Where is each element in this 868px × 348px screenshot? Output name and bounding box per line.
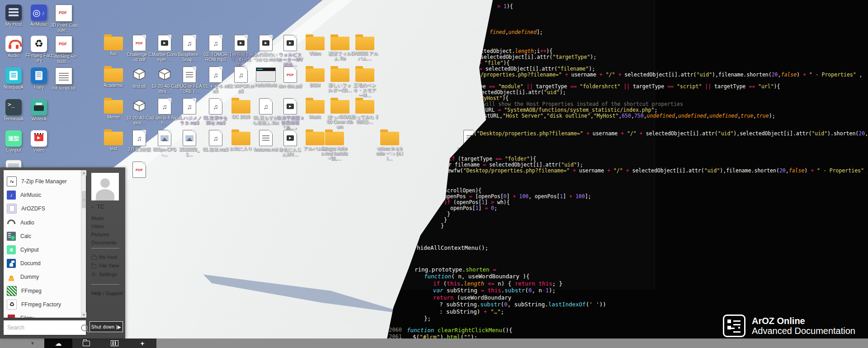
desktop-app-Audio[interactable]: Audio (0, 36, 27, 58)
system-link-my-host[interactable]: My Host (91, 254, 117, 260)
shutdown-button[interactable]: Shut down |▶ (90, 321, 123, 332)
desktop-file-BUG or FEATURE t…[interactable]: BUG or FEATURE t… (176, 66, 203, 94)
desktop-file-2月支3祭図[interactable]: ♫2月支3祭図 (126, 129, 152, 152)
menu-item-Calc[interactable]: Calc (4, 229, 84, 243)
menu-item-AirMusic[interactable]: ♪AirMusic (4, 188, 84, 202)
desktop-file-test[interactable]: test (100, 129, 127, 151)
desktop-app-init script.txt[interactable]: init script.txt (51, 67, 77, 91)
scroll-up-icon[interactable]: ▲ (81, 170, 86, 176)
desktop-app-FFmpeg Factory[interactable]: ♻FFmpeg Factory (26, 36, 52, 63)
system-link-settings[interactable]: ⚙Settings (91, 272, 117, 277)
desktop-file-ウォルピスカーターMV 組曲…[interactable]: ▶ウォルピスカーターMV 組曲… (277, 34, 303, 67)
desktop-file-【散歩組】相守 僕らの手…[interactable]: ▶【散歩組】相守 僕らの手… (228, 34, 254, 67)
desktop-file-features.md[interactable]: features.md (253, 129, 279, 152)
desktop-app-TerminalA[interactable]: >_TerminalA (0, 99, 27, 121)
quick-link-music[interactable]: Music (91, 215, 104, 221)
desktop-file-OC 2019[interactable]: OC 2019 (228, 97, 254, 119)
desktop-file-DN9336 アルバム…[interactable]: DN9336 アルバム… (352, 34, 378, 61)
desktop-file-未来予想図 x 菅田将暉『糸…』[interactable]: ▶未来予想図 x 菅田将暉『糸…』 (277, 97, 303, 130)
start-menu-search[interactable] (4, 320, 86, 335)
search-icon[interactable] (81, 324, 88, 331)
desktop-file-HelloWorld[interactable]: HelloWorld (253, 66, 279, 88)
avatar[interactable] (91, 173, 119, 200)
desktop-file-01.花束.mp3[interactable]: ♫01.花束.mp3 (203, 129, 229, 152)
desktop-app-Cyinput[interactable]: 速型Cyinput (0, 130, 27, 153)
desktop-app-label: 3D Point Capsule… (50, 23, 77, 33)
taskbar-tile-folder[interactable] (72, 338, 100, 348)
desktop-file-flac[interactable]: flac (100, 34, 127, 56)
desktop-file-6dagzz Ashes And fuelolls ~'BL…[interactable]: 6dagzz Ashes And fuelolls ~'BL… (321, 129, 348, 161)
menu-item-FFmpeg[interactable]: FFmpeg (4, 284, 84, 298)
taskbar-tile-film[interactable] (100, 338, 128, 348)
desktop-file-test.stl[interactable]: test.stl (126, 66, 152, 89)
menu-item-ArOZDFS[interactable]: ArOZDFS (4, 202, 84, 215)
desktop-file-01.ハジメノラタ.mp3[interactable]: ♫01.ハジメノラタ.mp3 (176, 97, 203, 125)
desktop-file-01.キセキ.mp3[interactable]: ♫01.キセキ.mp3 (203, 66, 229, 94)
desktop-file-10-20-40-Calibra…[interactable]: 10-20-40-Calibra… (126, 97, 152, 125)
user-name-row[interactable]: » TC (91, 204, 104, 210)
desktop-file-配景フィルム Re[interactable]: 配景フィルム Re (327, 34, 353, 61)
desktop-file-BGM[interactable]: BGM (302, 66, 328, 88)
desktop-file-三毛のペンキ・スモアーM…[interactable]: 三毛のペンキ・スモアーM… (352, 66, 378, 98)
menu-item-Documd[interactable]: Documd (4, 257, 84, 270)
desktop-file-Academic[interactable]: Academic (100, 66, 127, 88)
scroll-down-icon[interactable]: ▼ (81, 312, 86, 318)
code-token: undefined (709, 113, 737, 119)
quick-link-video[interactable]: Video (91, 224, 104, 229)
desktop-app-My Host[interactable]: My Host (0, 5, 27, 27)
scrollbar-thumb[interactable]: ≡ (82, 191, 86, 208)
desktop-file-ぽっ♪GOAL 00 Cover Album[interactable]: ぽっ♪GOAL 00 Cover Album (327, 97, 353, 129)
desktop-file-unnamed[interactable]: PDF (126, 161, 152, 179)
taskbar-tile-plus[interactable]: + (128, 338, 156, 348)
desktop-file-01.世界中を回せ.mp3[interactable]: ♫01.世界中を回せ.mp3 (203, 97, 229, 125)
desktop-file-歌ってみた 2020①…[interactable]: 歌ってみた 2020①… (352, 97, 378, 124)
help-support-link[interactable]: Help / Support (91, 291, 123, 296)
desktop-file-あの日のいつかは.mp4[interactable]: ▶あの日のいつかは.mp4 (253, 34, 279, 62)
system-link-file-view[interactable]: File View (91, 263, 119, 268)
desktop-file-label: test (100, 146, 127, 151)
desktop-file-label: Academic (100, 83, 127, 88)
desktop-file-Video[interactable]: Video (302, 34, 328, 56)
desktop-file-10-20-40-Calibra…[interactable]: 10-20-40-Calibra… (151, 66, 178, 94)
code-token: ); (589, 66, 595, 72)
desktop-file-Music[interactable]: Music (302, 97, 328, 119)
desktop-file-命名にんじんMV…[interactable]: ▶命名にんじんMV… (277, 129, 303, 157)
desktop-file-Biosphere - Snap…[interactable]: ♫Biosphere - Snap… (176, 34, 203, 62)
desktop-file-Meme[interactable]: Meme (100, 97, 127, 119)
desktop-app-3D Point Capsule…[interactable]: 3D Point Capsule… (51, 5, 77, 33)
desktop-file-800px-CPS-…[interactable]: 800px-CPS-… (151, 129, 178, 157)
quick-link-documents[interactable]: Documents (91, 240, 117, 245)
desktop-file-dev doc.pdf[interactable]: PDFdev doc.pdf (277, 66, 303, 89)
desktop-app-Video[interactable]: Video (26, 130, 52, 153)
menu-item-Audio[interactable]: Audio (4, 216, 84, 229)
code-line: newfw("Desktop/properties.php?filename="… (444, 168, 868, 174)
taskbar-tile-cloud[interactable]: ☁ (44, 338, 72, 348)
desktop-file-label: test.stl (126, 84, 153, 89)
desktop-file-3 am lo-fi hip h…[interactable]: ♫3 am lo-fi hip h… (151, 97, 178, 125)
menu-item-Filary[interactable]: Filary (4, 311, 84, 318)
menu-item-7-Zip File Manager[interactable]: 7z7-Zip File Manager (4, 175, 84, 188)
desktop-file-Challenge Cup.pdf[interactable]: PDFChallenge Cup.pdf (126, 34, 152, 62)
desktop-app-FilterReg Robust…[interactable]: FilterReg Robust… (51, 36, 77, 64)
desktop-file-voices in a bottle ~♡♪ (A.II…[interactable]: voices in a bottle ~♡♪ (A.II… (377, 129, 403, 161)
quick-link-pictures[interactable]: Pictures (91, 232, 109, 237)
desktop-file-新しいフォルダー(2)…[interactable]: 新しいフォルダー(2)… (327, 66, 353, 93)
desktop-file-2532029_1…[interactable]: 2532029_1… (176, 129, 203, 157)
desktop-file-お気に入り[interactable]: お気に入り (228, 129, 254, 151)
desktop-file-Marble Conveyer …[interactable]: ▶Marble Conveyer … (151, 34, 178, 62)
desktop-app-AirMusic[interactable]: AirMusic (26, 5, 52, 27)
menu-item-FFmpeg Factory[interactable]: ♻FFmpeg Factory (4, 298, 84, 311)
video-file-icon: ▶ (158, 35, 171, 51)
menu-item-Dummy[interactable]: Dummy (4, 270, 84, 284)
desktop-file-02.VAPOR.mp3[interactable]: ♫02.VAPOR.mp3 (228, 66, 254, 94)
desktop-file-03. TOMORROW.mp3[interactable]: ♫03. TOMORROW.mp3 (203, 34, 229, 62)
desktop-app-NotepadA[interactable]: NotepadA (0, 67, 27, 90)
desktop-app-WriterA[interactable]: WriterA (26, 99, 52, 121)
code-token: true (741, 113, 753, 119)
desktop-file-01.夜もすがら君想ふ.flac[interactable]: ♫01.夜もすがら君想ふ.flac (253, 97, 279, 125)
desktop-app-Flary[interactable]: Flary (26, 67, 52, 90)
chevron-down-icon[interactable]: ▼ (21, 338, 44, 348)
search-input[interactable] (4, 324, 81, 331)
menu-item-Cyinput[interactable]: 速Cyinput (4, 243, 84, 257)
app-list-scrollbar[interactable]: ▲ ≡ ▼ (81, 170, 86, 318)
